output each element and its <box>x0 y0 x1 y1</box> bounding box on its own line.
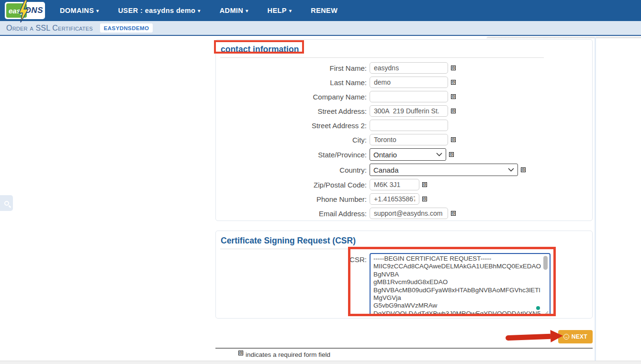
contact-section-heading: contact information <box>220 43 544 58</box>
page-title: Order a SSL Certificates <box>6 24 93 33</box>
csr-section-heading: Certificate Signing Request (CSR) <box>220 234 544 249</box>
phone-number-input[interactable] <box>370 193 419 205</box>
csr-textarea-wrap: -----BEGIN CERTIFICATE REQUEST----- MIIC… <box>370 253 551 318</box>
country-select[interactable]: Canada <box>370 164 518 176</box>
form-row-street-address: Street Address: R <box>220 105 592 117</box>
field-label: First Name: <box>220 64 370 72</box>
nav-user-label: USER : easydns demo <box>118 7 196 14</box>
street-address-input[interactable] <box>370 105 448 117</box>
content-right-divider <box>595 37 596 361</box>
required-icon: R <box>451 80 456 85</box>
required-icon: R <box>238 351 243 355</box>
caret-down-icon: ▾ <box>246 8 248 13</box>
form-row-state-province: State/Province: Ontario R <box>220 148 592 161</box>
chevron-down-icon <box>436 153 442 156</box>
select-value: Canada <box>373 166 399 174</box>
required-icon: R <box>451 66 456 70</box>
contact-form: First Name: R Last Name: R Company Name:… <box>220 62 592 219</box>
form-row-street-address-2: Street Address 2: <box>220 120 592 131</box>
field-label: Zip/Postal Code: <box>220 181 370 189</box>
select-value: Ontario <box>373 151 397 159</box>
form-row-country: Country: Canada R <box>220 164 592 176</box>
form-row-email: Email Address: R <box>220 208 592 219</box>
form-row-phone: Phone Number: R <box>220 193 592 205</box>
state-province-select[interactable]: Ontario <box>370 148 446 161</box>
actions-row: → NEXT <box>215 330 593 343</box>
form-row-last-name: Last Name: R <box>220 77 592 88</box>
nav-menu: DOMAINS▾ USER : easydns demo▾ ADMIN▾ HEL… <box>50 0 347 21</box>
page: easy DNS DOMAINS▾ USER : easydns demo▾ A… <box>0 0 641 364</box>
contact-information-panel: contact information First Name: R Last N… <box>215 39 593 221</box>
required-icon: R <box>451 94 456 99</box>
required-icon: R <box>451 137 456 142</box>
caret-down-icon: ▾ <box>96 8 99 13</box>
search-toggle-tab[interactable] <box>0 195 13 211</box>
required-icon: R <box>451 109 456 113</box>
field-label: Street Address: <box>220 107 370 115</box>
required-note-text: indicates a required form field <box>246 351 330 358</box>
search-icon <box>4 201 9 206</box>
panel-top-shadow <box>486 37 641 39</box>
form-row-city: City: R <box>220 134 592 145</box>
required-icon: R <box>449 152 454 157</box>
footer-divider <box>215 348 593 349</box>
csr-form-row: CSR: -----BEGIN CERTIFICATE REQUEST-----… <box>220 253 592 318</box>
navbar: easy DNS DOMAINS▾ USER : easydns demo▾ A… <box>0 0 641 21</box>
street-address-2-input[interactable] <box>370 120 448 131</box>
csr-textarea[interactable]: -----BEGIN CERTIFICATE REQUEST----- MIIC… <box>370 253 551 316</box>
field-label: Company Name: <box>220 93 370 101</box>
next-button[interactable]: → NEXT <box>558 330 593 343</box>
scrollbar-thumb[interactable] <box>543 256 548 270</box>
arrow-circle-icon: → <box>563 334 569 340</box>
email-address-input[interactable] <box>370 208 448 219</box>
nav-user[interactable]: USER : easydns demo▾ <box>109 0 210 21</box>
field-label: Last Name: <box>220 78 370 87</box>
zip-postal-code-input[interactable] <box>370 179 419 190</box>
last-name-input[interactable] <box>370 77 448 88</box>
caret-down-icon: ▾ <box>289 8 292 13</box>
footer-strip <box>0 361 641 364</box>
field-label: Country: <box>220 166 370 174</box>
easydns-logo[interactable]: easy DNS <box>5 2 45 19</box>
next-button-label: NEXT <box>572 333 587 340</box>
field-label: Phone Number: <box>220 195 370 203</box>
nav-renew[interactable]: RENEW <box>301 0 347 21</box>
first-name-input[interactable] <box>370 62 448 74</box>
nav-help[interactable]: HELP▾ <box>258 0 302 21</box>
company-name-input[interactable] <box>370 91 448 102</box>
field-label: City: <box>220 136 370 144</box>
form-row-first-name: First Name: R <box>220 62 592 74</box>
caret-down-icon: ▾ <box>198 8 200 13</box>
csr-label: CSR: <box>220 253 370 264</box>
nav-domains-label: DOMAINS <box>60 7 94 14</box>
csr-panel: Certificate Signing Request (CSR) CSR: -… <box>215 231 593 319</box>
nav-domains[interactable]: DOMAINS▾ <box>50 0 109 21</box>
field-label: Email Address: <box>220 210 370 218</box>
field-label: State/Province: <box>220 151 370 159</box>
form-row-zip: Zip/Postal Code: R <box>220 179 592 190</box>
nav-help-label: HELP <box>268 7 287 14</box>
required-field-note: R indicates a required form field <box>238 351 330 358</box>
city-input[interactable] <box>370 134 448 145</box>
required-icon: R <box>521 167 526 172</box>
breadcrumb-bar: Order a SSL Certificates EASYDNSDEMO <box>0 21 641 36</box>
form-row-company-name: Company Name: R <box>220 91 592 102</box>
nav-admin-label: ADMIN <box>220 7 244 14</box>
account-badge: EASYDNSDEMO <box>100 23 153 33</box>
required-icon: R <box>451 211 456 216</box>
nav-renew-label: RENEW <box>311 7 337 14</box>
required-icon: R <box>422 197 427 201</box>
field-label: Street Address 2: <box>220 121 370 130</box>
chevron-down-icon <box>508 168 514 172</box>
nav-admin[interactable]: ADMIN▾ <box>210 0 258 21</box>
required-icon: R <box>422 182 427 187</box>
lightning-bolt-icon <box>19 0 29 22</box>
